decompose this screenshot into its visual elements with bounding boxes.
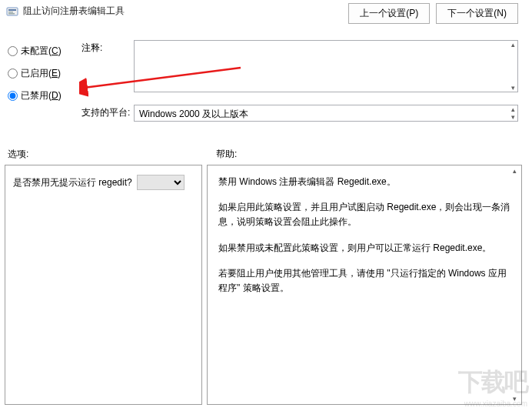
- help-scroll: ▴ ▾: [509, 167, 520, 403]
- comment-input[interactable]: [134, 40, 518, 92]
- scroll-down-icon: ▾: [509, 395, 520, 403]
- config-state-radios: 未配置(C) 已启用(E) 已禁用(D): [8, 45, 62, 102]
- help-section-label: 帮助:: [216, 148, 237, 161]
- options-section-label: 选项:: [8, 148, 28, 161]
- scroll-up-icon: ▴: [509, 167, 520, 175]
- options-panel: 是否禁用无提示运行 regedit?: [5, 165, 202, 405]
- comment-label: 注释:: [81, 42, 102, 55]
- platform-label: 支持的平台:: [81, 106, 130, 119]
- radio-enabled[interactable]: 已启用(E): [8, 67, 62, 80]
- option-question: 是否禁用无提示运行 regedit?: [13, 176, 132, 189]
- svg-rect-3: [8, 13, 15, 15]
- radio-disabled[interactable]: 已禁用(D): [8, 89, 62, 102]
- policy-icon: [6, 5, 18, 18]
- help-panel: 禁用 Windows 注册表编辑器 Regedit.exe。 如果启用此策略设置…: [207, 165, 522, 405]
- svg-rect-2: [8, 12, 13, 13]
- option-select[interactable]: [137, 175, 185, 190]
- platform-value: Windows 2000 及以上版本: [134, 105, 518, 122]
- help-text: 如果启用此策略设置，并且用户试图启动 Regedit.exe，则会出现一条消息，…: [218, 200, 510, 229]
- radio-not-configured[interactable]: 未配置(C): [8, 45, 62, 58]
- help-text: 如果禁用或未配置此策略设置，则用户可以正常运行 Regedit.exe。: [218, 241, 510, 256]
- help-text: 若要阻止用户使用其他管理工具，请使用 "只运行指定的 Windows 应用程序"…: [218, 266, 510, 296]
- window-title: 阻止访问注册表编辑工具: [23, 5, 125, 18]
- help-text: 禁用 Windows 注册表编辑器 Regedit.exe。: [218, 175, 510, 189]
- next-setting-button[interactable]: 下一个设置(N): [436, 3, 518, 24]
- previous-setting-button[interactable]: 上一个设置(P): [348, 3, 430, 24]
- svg-rect-1: [8, 9, 16, 11]
